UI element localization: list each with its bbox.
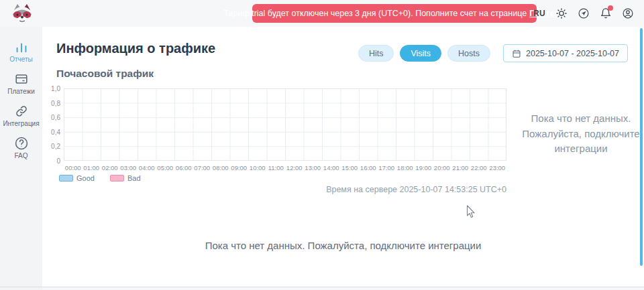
x-axis-tick: 21:00 (451, 164, 470, 171)
y-axis-tick: 0,4 (51, 128, 60, 135)
x-axis-tick: 17:00 (378, 164, 396, 171)
language-selector[interactable]: RU (533, 9, 545, 18)
x-axis-tick: 04:00 (138, 164, 156, 171)
tab-visits[interactable]: Visits (400, 45, 441, 62)
legend-swatch (59, 175, 73, 182)
sidebar-item-faq[interactable]: FAQ (0, 136, 42, 159)
payments-icon (14, 72, 29, 86)
x-axis-tick: 07:00 (193, 164, 212, 171)
x-axis-tick: 14:00 (322, 164, 341, 171)
chart-x-axis: 00:0001:0002:0003:0004:0005:0006:0007:00… (64, 164, 506, 171)
date-range-value: 2025-10-07 - 2025-10-07 (526, 49, 619, 58)
x-axis-tick: 18:00 (396, 164, 415, 171)
topbar-actions: RU (533, 0, 634, 27)
theme-icon[interactable] (555, 7, 568, 19)
x-axis-tick: 09:00 (230, 164, 249, 171)
reports-icon (14, 40, 29, 54)
sidebar-item-label: FAQ (14, 152, 28, 159)
sidebar-item-label: Платежи (7, 88, 35, 95)
y-axis-tick: 1,0 (51, 85, 60, 92)
sidebar-item-label: Интеграция (3, 120, 39, 127)
legend-label: Good (76, 174, 95, 182)
x-axis-tick: 02:00 (101, 164, 119, 171)
notification-badge (608, 5, 613, 11)
integration-icon (14, 104, 29, 119)
chart-y-axis: 1,00,80,60,40,20 (42, 88, 60, 161)
sidebar-nav: ОтчетыПлатежиИнтеграцияFAQ (0, 40, 42, 159)
sidebar-item-reports[interactable]: Отчеты (0, 40, 42, 63)
legend-item-good: Good (59, 174, 95, 182)
chart-legend: GoodBad (59, 174, 141, 182)
sidebar-item-label: Отчеты (9, 56, 33, 63)
topbar: Тариф trial будет отключен через 3 дня (… (0, 0, 644, 27)
app-window: Тариф trial будет отключен через 3 дня (… (0, 0, 644, 290)
page-title: Информация о трафике (56, 41, 215, 56)
legend-item-bad: Bad (110, 174, 141, 182)
tab-hits[interactable]: Hits (358, 45, 394, 62)
x-axis-tick: 06:00 (174, 164, 193, 171)
x-axis-tick: 16:00 (359, 164, 378, 171)
header-controls: HitsVisitsHosts 2025-10-07 - 2025-10-07 (358, 44, 628, 62)
bottom-divider (0, 287, 644, 287)
sidebar-item-payments[interactable]: Платежи (0, 72, 42, 95)
date-range-picker[interactable]: 2025-10-07 - 2025-10-07 (503, 44, 628, 62)
x-axis-tick: 03:00 (119, 164, 138, 171)
trial-banner-text: Тариф trial будет отключен через 3 дня (… (223, 9, 527, 18)
bell-icon[interactable] (600, 7, 612, 19)
x-axis-tick: 23:00 (488, 164, 507, 171)
sidebar: ОтчетыПлатежиИнтеграцияFAQ (0, 27, 42, 290)
x-axis-tick: 22:00 (470, 164, 488, 171)
main-content: Информация о трафике HitsVisitsHosts 202… (42, 27, 644, 287)
chart-plot-area (64, 88, 506, 161)
x-axis-tick: 12:00 (285, 164, 304, 171)
y-axis-tick: 0,8 (51, 99, 60, 106)
trial-banner: Тариф trial будет отключен через 3 дня (… (252, 4, 537, 23)
y-axis-tick: 0,6 (51, 114, 60, 121)
x-axis-tick: 00:00 (64, 164, 83, 171)
faq-icon (14, 136, 29, 151)
chart-title: Почасовой трафик (56, 68, 154, 80)
server-time: Время на сервере 2025-10-07 14:53:25 UTC… (64, 185, 506, 194)
x-axis-tick: 20:00 (433, 164, 451, 171)
raccoon-logo[interactable] (9, 3, 36, 24)
tab-hosts[interactable]: Hosts (447, 45, 490, 62)
telegram-icon[interactable] (578, 7, 590, 19)
scrollbar-thumb[interactable] (640, 28, 643, 266)
x-axis-tick: 08:00 (211, 164, 230, 171)
x-axis-tick: 10:00 (248, 164, 267, 171)
x-axis-tick: 05:00 (156, 164, 175, 171)
chart-empty-state: Пока что нет данных. Пожалуйста, подключ… (512, 111, 644, 157)
bottom-empty-state: Пока что нет данных. Пожалуйста, подключ… (42, 240, 644, 251)
x-axis-tick: 19:00 (415, 164, 433, 171)
legend-label: Bad (127, 174, 141, 182)
sidebar-item-integration[interactable]: Интеграция (0, 104, 42, 127)
y-axis-tick: 0 (56, 157, 60, 165)
x-axis-tick: 01:00 (83, 164, 101, 171)
x-axis-tick: 11:00 (267, 164, 286, 171)
y-axis-tick: 0,2 (51, 143, 60, 150)
profile-icon[interactable] (622, 7, 634, 19)
calendar-icon (512, 49, 521, 58)
metric-tabs: HitsVisitsHosts (358, 45, 490, 62)
x-axis-tick: 13:00 (304, 164, 323, 171)
legend-swatch (110, 175, 124, 182)
x-axis-tick: 15:00 (341, 164, 360, 171)
